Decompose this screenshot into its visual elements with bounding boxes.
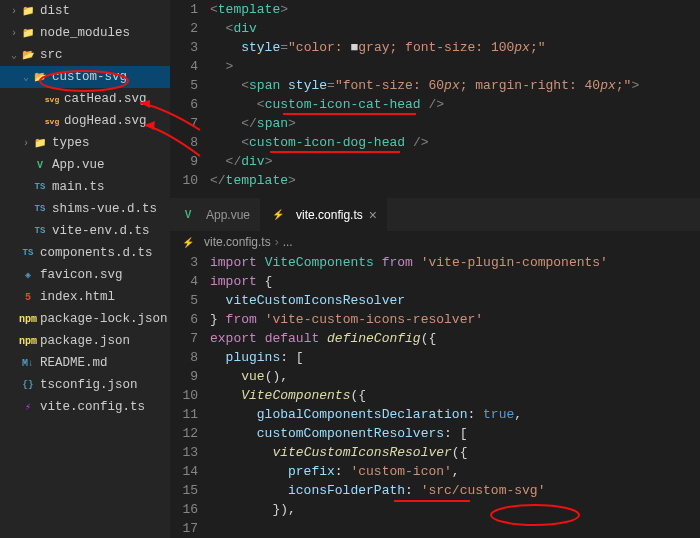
line-number: 5	[170, 291, 198, 310]
file-name: node_modules	[40, 26, 130, 40]
vue-icon: V	[180, 207, 196, 223]
file-name: tsconfig.json	[40, 378, 138, 392]
file-name: catHead.svg	[64, 92, 147, 106]
file-tree-item[interactable]: npmpackage.json	[0, 330, 170, 352]
code-line[interactable]: <span style="font-size: 60px; margin-rig…	[210, 76, 700, 95]
folder-icon: 📂	[32, 69, 48, 85]
line-number: 10	[170, 386, 198, 405]
code-line[interactable]: viteCustomIconsResolver({	[210, 443, 700, 462]
code-area[interactable]: <template> <div style="color: ■gray; fon…	[210, 0, 700, 197]
code-line[interactable]: ViteComponents({	[210, 386, 700, 405]
file-tree-item[interactable]: TSvite-env.d.ts	[0, 220, 170, 242]
file-tree-item[interactable]: npmpackage-lock.json	[0, 308, 170, 330]
line-number: 7	[170, 329, 198, 348]
file-name: vite-env.d.ts	[52, 224, 150, 238]
line-number: 15	[170, 481, 198, 500]
chevron-icon: ›	[20, 138, 32, 149]
file-tree-item[interactable]: TSshims-vue.d.ts	[0, 198, 170, 220]
ico-icon: ◈	[20, 267, 36, 283]
line-number: 3	[170, 38, 198, 57]
file-tree-item[interactable]: ›📁types	[0, 132, 170, 154]
json-icon: npm	[20, 333, 36, 349]
file-name: types	[52, 136, 90, 150]
file-name: dist	[40, 4, 70, 18]
editor-pane-top[interactable]: 12345678910 <template> <div style="color…	[170, 0, 700, 197]
line-number: 9	[170, 367, 198, 386]
code-line[interactable]: <div	[210, 19, 700, 38]
code-line[interactable]: import ViteComponents from 'vite-plugin-…	[210, 253, 700, 272]
code-line[interactable]: customComponentResolvers: [	[210, 424, 700, 443]
code-line[interactable]: vue(),	[210, 367, 700, 386]
file-tree-item[interactable]: TScomponents.d.ts	[0, 242, 170, 264]
tab-label: vite.config.ts	[296, 208, 363, 222]
code-area[interactable]: import ViteComponents from 'vite-plugin-…	[210, 253, 700, 538]
folder-icon: 📁	[20, 3, 36, 19]
file-tree-item[interactable]: VApp.vue	[0, 154, 170, 176]
editor-tab[interactable]: ⚡vite.config.ts×	[260, 198, 387, 231]
editor-pane-bottom[interactable]: 34567891011121314151617 import ViteCompo…	[170, 253, 700, 538]
code-line[interactable]: style="color: ■gray; font-size: 100px;"	[210, 38, 700, 57]
breadcrumb-more[interactable]: ...	[283, 235, 293, 249]
line-number: 17	[170, 519, 198, 538]
file-tree-item[interactable]: TSmain.ts	[0, 176, 170, 198]
file-tree-item[interactable]: ⌄📂custom-svg	[0, 66, 170, 88]
line-number: 11	[170, 405, 198, 424]
close-icon[interactable]: ×	[369, 207, 377, 223]
html-icon: 5	[20, 289, 36, 305]
editor-group: 12345678910 <template> <div style="color…	[170, 0, 700, 538]
file-name: dogHead.svg	[64, 114, 147, 128]
line-number: 13	[170, 443, 198, 462]
ts-icon: TS	[32, 179, 48, 195]
code-line[interactable]: >	[210, 57, 700, 76]
line-number: 2	[170, 19, 198, 38]
file-tree-item[interactable]: ⌄📂src	[0, 44, 170, 66]
line-number: 12	[170, 424, 198, 443]
code-line[interactable]: <template>	[210, 0, 700, 19]
file-tree-item[interactable]: ⚡vite.config.ts	[0, 396, 170, 418]
file-name: package-lock.json	[40, 312, 168, 326]
code-line[interactable]: <custom-icon-cat-head />	[210, 95, 700, 114]
chevron-right-icon: ›	[275, 235, 279, 249]
chevron-icon: ›	[8, 28, 20, 39]
file-tree-item[interactable]: ›📁dist	[0, 0, 170, 22]
file-explorer[interactable]: ›📁dist›📁node_modules⌄📂src⌄📂custom-svgsvg…	[0, 0, 170, 538]
breadcrumb[interactable]: ⚡ vite.config.ts › ...	[170, 231, 700, 253]
breadcrumb-file[interactable]: vite.config.ts	[204, 235, 271, 249]
file-tree-item[interactable]: svgdogHead.svg	[0, 110, 170, 132]
code-line[interactable]: <custom-icon-dog-head />	[210, 133, 700, 152]
code-line[interactable]: </template>	[210, 171, 700, 190]
file-tree-item[interactable]: 5index.html	[0, 286, 170, 308]
code-line[interactable]: </div>	[210, 152, 700, 171]
code-line[interactable]: }),	[210, 500, 700, 519]
line-number: 4	[170, 57, 198, 76]
code-line[interactable]: globalComponentsDeclaration: true,	[210, 405, 700, 424]
code-line[interactable]: } from 'vite-custom-icons-resolver'	[210, 310, 700, 329]
line-number: 9	[170, 152, 198, 171]
file-tree-item[interactable]: svgcatHead.svg	[0, 88, 170, 110]
line-number: 16	[170, 500, 198, 519]
line-number: 5	[170, 76, 198, 95]
editor-tab[interactable]: VApp.vue	[170, 198, 260, 231]
file-tree-item[interactable]: {}tsconfig.json	[0, 374, 170, 396]
file-name: App.vue	[52, 158, 105, 172]
code-line[interactable]: import {	[210, 272, 700, 291]
vue-icon: V	[32, 157, 48, 173]
code-line[interactable]: prefix: 'custom-icon',	[210, 462, 700, 481]
file-tree-item[interactable]: M↓README.md	[0, 352, 170, 374]
file-name: index.html	[40, 290, 115, 304]
gutter: 12345678910	[170, 0, 210, 197]
line-number: 6	[170, 310, 198, 329]
line-number: 14	[170, 462, 198, 481]
code-line[interactable]: plugins: [	[210, 348, 700, 367]
code-line[interactable]: export default defineConfig({	[210, 329, 700, 348]
file-tree-item[interactable]: ›📁node_modules	[0, 22, 170, 44]
chevron-icon: ›	[8, 6, 20, 17]
code-line[interactable]: iconsFolderPath: 'src/custom-svg'	[210, 481, 700, 500]
folder-icon: 📁	[32, 135, 48, 151]
tab-bar[interactable]: VApp.vue⚡vite.config.ts×	[170, 197, 700, 231]
file-name: vite.config.ts	[40, 400, 145, 414]
code-line[interactable]: viteCustomIconsResolver	[210, 291, 700, 310]
file-name: package.json	[40, 334, 130, 348]
code-line[interactable]: </span>	[210, 114, 700, 133]
file-tree-item[interactable]: ◈favicon.svg	[0, 264, 170, 286]
